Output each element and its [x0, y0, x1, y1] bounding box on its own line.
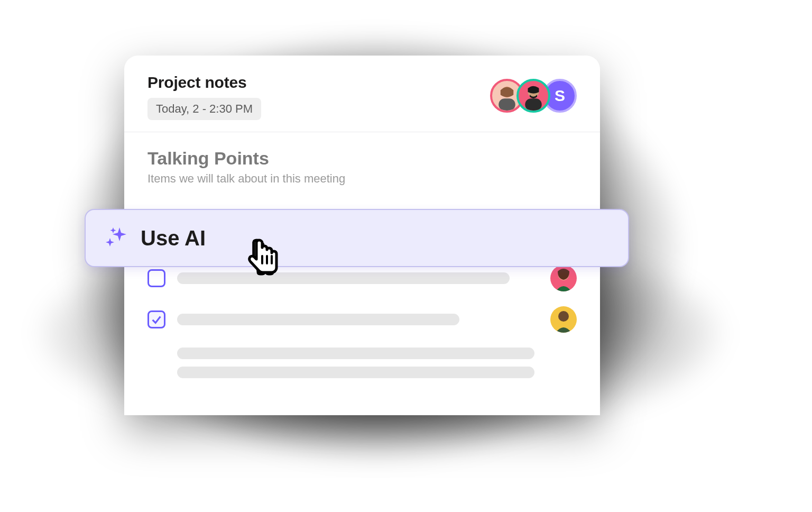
placeholder-text-line — [177, 272, 510, 284]
section-title: Talking Points — [147, 148, 577, 169]
participant-avatars[interactable]: S — [490, 79, 577, 113]
card-header: Project notes Today, 2 - 2:30 PM S — [124, 56, 600, 132]
checkbox-unchecked[interactable] — [147, 269, 165, 287]
use-ai-button[interactable]: Use AI — [85, 209, 629, 267]
section-subtitle: Items we will talk about in this meeting — [147, 172, 577, 186]
document-title[interactable]: Project notes — [147, 74, 261, 92]
avatar-initial-letter: S — [555, 87, 565, 105]
placeholder-text-line — [177, 348, 534, 359]
list-item[interactable] — [147, 306, 577, 333]
sparkle-icon — [104, 225, 129, 251]
placeholder-text-line — [177, 314, 459, 325]
talking-points-section: Talking Points Items we will talk about … — [124, 132, 600, 186]
use-ai-label: Use AI — [141, 226, 206, 250]
meeting-time-pill[interactable]: Today, 2 - 2:30 PM — [147, 98, 261, 120]
svg-point-5 — [558, 311, 569, 322]
svg-rect-3 — [525, 98, 542, 111]
placeholder-text-line — [177, 367, 534, 378]
assignee-avatar[interactable] — [550, 265, 577, 291]
svg-rect-1 — [499, 98, 515, 111]
avatar[interactable] — [516, 79, 550, 113]
list-item[interactable] — [147, 265, 577, 291]
assignee-avatar[interactable] — [550, 306, 577, 333]
pointer-cursor-icon — [238, 233, 285, 280]
checkbox-checked[interactable] — [147, 310, 165, 328]
